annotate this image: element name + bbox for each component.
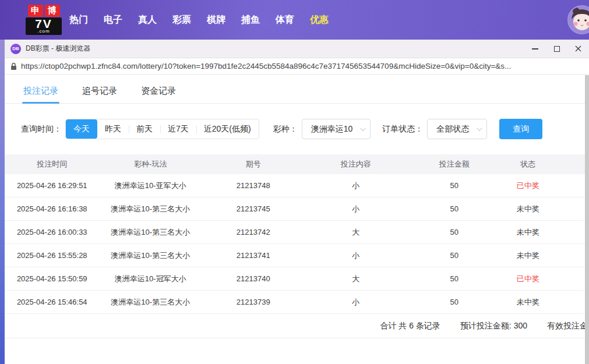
nav-item-3[interactable]: 真人: [138, 14, 157, 26]
cell-r6-c1: 2025-04-26 15:46:54: [5, 298, 99, 306]
cell-r6-c5: 50: [407, 298, 502, 306]
lottery-select-value: 澳洲幸运10: [311, 124, 353, 135]
cell-r1-c5: 50: [407, 181, 502, 190]
logo-brand: 7V: [27, 18, 61, 29]
status-select[interactable]: 全部状态: [427, 119, 487, 139]
cell-r5-c2: 澳洲幸运10-冠军大小: [99, 274, 202, 284]
cell-r1-c3: 21213748: [202, 181, 305, 190]
maximize-button[interactable]: [546, 40, 567, 58]
nav-item-1[interactable]: 热门: [69, 14, 88, 26]
cell-r2-c3: 21213745: [202, 204, 305, 213]
lock-icon: [10, 62, 17, 70]
chevron-down-icon: [477, 125, 482, 131]
search-button[interactable]: 查询: [499, 119, 542, 139]
cell-r2-c6: 未中奖: [502, 204, 554, 214]
cell-r5-c6: 已中奖: [502, 274, 554, 284]
time-option-5[interactable]: 近20天(低频): [196, 119, 259, 139]
column-header-6: 状态: [502, 159, 554, 169]
time-option-4[interactable]: 近7天: [160, 119, 196, 139]
avatar-illustration: [569, 6, 589, 33]
logo-tld: .com: [27, 29, 61, 34]
nav-item-2[interactable]: 电子: [104, 14, 122, 26]
expected-bet-amount: 预计投注金额: 300: [460, 321, 527, 331]
column-header-3: 期号: [202, 159, 305, 169]
time-option-1[interactable]: 今天: [66, 119, 97, 139]
cell-r5-c5: 50: [407, 274, 502, 283]
valid-bet-amount: 有效投注金: [547, 321, 588, 331]
cell-r5-c4: 大: [305, 274, 407, 284]
filter-bar: 查询时间： 今天昨天前天近7天近20天(低频) 彩种： 澳洲幸运10 订单状态：…: [21, 119, 589, 139]
page-content: 投注记录追号记录资金记录 查询时间： 今天昨天前天近7天近20天(低频) 彩种：…: [5, 75, 589, 364]
column-header-1: 投注时间: [5, 159, 99, 169]
cell-r6-c3: 21213739: [202, 298, 305, 306]
nav-item-7[interactable]: 体育: [276, 14, 294, 26]
cell-r3-c5: 50: [407, 228, 502, 236]
column-header-2: 彩种-玩法: [99, 159, 202, 169]
cell-r6-c2: 澳洲幸运10-第三名大小: [99, 297, 202, 308]
table-row: 2025-04-26 16:00:33澳洲幸运10-第三名大小21213742大…: [5, 221, 589, 244]
status-filter-label: 订单状态：: [382, 124, 423, 135]
nav-item-8[interactable]: 优惠: [310, 14, 329, 26]
tab-3[interactable]: 资金记录: [141, 86, 176, 103]
cell-r1-c4: 小: [305, 181, 407, 191]
minimize-icon: [532, 48, 538, 50]
column-header-4: 投注内容: [305, 159, 407, 169]
cell-r4-c5: 50: [407, 251, 502, 260]
time-option-3[interactable]: 前天: [129, 119, 160, 139]
cell-r4-c6: 未中奖: [502, 250, 554, 261]
column-header-5: 投注金额: [407, 159, 502, 169]
page-background-strip: [0, 40, 5, 364]
logo-bottom-block: 7V .com: [26, 17, 62, 35]
cell-r3-c3: 21213742: [202, 228, 305, 236]
logo-top-row: 申 博: [26, 5, 62, 17]
cell-r1-c2: 澳洲幸运10-亚军大小: [99, 181, 202, 191]
scrollbar[interactable]: [585, 75, 589, 364]
cell-r6-c6: 未中奖: [502, 297, 554, 308]
minimize-button[interactable]: [524, 40, 546, 58]
avatar[interactable]: [567, 5, 589, 34]
time-option-2[interactable]: 昨天: [97, 119, 129, 139]
cell-r2-c4: 小: [305, 204, 407, 214]
time-range-group: 今天昨天前天近7天近20天(低频): [65, 119, 259, 139]
window-title: DB彩票 - 极速浏览器: [26, 44, 90, 54]
cell-r4-c2: 澳洲幸运10-第三名大小: [99, 250, 202, 261]
tab-1[interactable]: 投注记录: [23, 86, 58, 103]
main-nav: 热门电子真人彩票棋牌捕鱼体育优惠: [69, 14, 329, 26]
time-filter-label: 查询时间：: [21, 124, 62, 135]
cell-r5-c1: 2025-04-26 15:50:59: [5, 274, 99, 283]
table-row: 2025-04-26 16:16:38澳洲幸运10-第三名大小21213745小…: [5, 197, 589, 221]
logo-char-2: 博: [45, 5, 60, 17]
logo-char-1: 申: [28, 5, 43, 17]
maximize-icon: [554, 46, 560, 52]
chevron-down-icon: [360, 125, 366, 131]
lottery-select[interactable]: 澳洲幸运10: [302, 119, 371, 139]
window-controls: [524, 40, 589, 58]
bet-records-table: 投注时间彩种-玩法期号投注内容投注金额状态 2025-04-26 16:29:5…: [5, 154, 589, 314]
cell-r3-c1: 2025-04-26 16:00:33: [5, 228, 99, 236]
cell-r4-c1: 2025-04-26 15:55:28: [5, 251, 99, 260]
cell-r1-c6: 已中奖: [502, 181, 554, 191]
table-row: 2025-04-26 16:29:51澳洲幸运10-亚军大小21213748小5…: [5, 174, 589, 197]
nav-item-4[interactable]: 彩票: [172, 14, 191, 26]
nav-item-5[interactable]: 棋牌: [207, 14, 225, 26]
close-button[interactable]: [567, 40, 589, 58]
tab-2[interactable]: 追号记录: [82, 86, 117, 103]
site-favicon-icon: DB: [10, 44, 21, 54]
address-bar[interactable]: https://ctop02pchwp1.zfnc84.com/lottery/…: [5, 58, 589, 75]
nav-item-6[interactable]: 捕鱼: [241, 14, 260, 26]
cell-r4-c3: 21213741: [202, 251, 305, 260]
table-body: 2025-04-26 16:29:51澳洲幸运10-亚军大小21213748小5…: [5, 174, 589, 314]
table-row: 2025-04-26 15:46:54澳洲幸运10-第三名大小21213739小…: [5, 291, 589, 314]
browser-titlebar: DB DB彩票 - 极速浏览器: [5, 40, 589, 58]
table-row: 2025-04-26 15:55:28澳洲幸运10-第三名大小21213741小…: [5, 244, 589, 267]
table-header-row: 投注时间彩种-玩法期号投注内容投注金额状态: [5, 154, 589, 174]
cell-r5-c3: 21213740: [202, 274, 305, 283]
cell-r2-c1: 2025-04-26 16:16:38: [5, 204, 99, 213]
table-row: 2025-04-26 15:50:59澳洲幸运10-冠军大小21213740大5…: [5, 267, 589, 291]
total-records: 合计 共 6 条记录: [380, 321, 440, 331]
close-icon: [575, 45, 581, 52]
tab-bar: 投注记录追号记录资金记录: [5, 75, 589, 104]
status-select-value: 全部状态: [436, 124, 469, 135]
url-text: https://ctop02pchwp1.zfnc84.com/lottery/…: [21, 62, 511, 70]
site-logo[interactable]: 申 博 7V .com: [26, 5, 62, 35]
